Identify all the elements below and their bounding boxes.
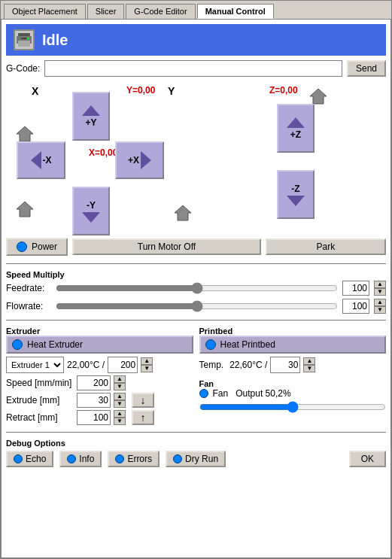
extrude-spinner: ▲ ▼ [114, 393, 126, 408]
extruder-section: Extruder Heat Extruder Extruder 1 22,00°… [6, 325, 193, 427]
x-label: X [32, 85, 38, 97]
info-button[interactable]: Info [59, 451, 102, 467]
extruder-select[interactable]: Extruder 1 [6, 357, 64, 373]
extruder-printbed-section: Extruder Heat Extruder Extruder 1 22,00°… [6, 325, 386, 427]
feedrate-row: Feedrate: 100 ▲ ▼ [6, 279, 386, 297]
separator-2 [6, 320, 386, 321]
printbed-title: Printbed [199, 327, 387, 336]
y-coord: Y=0,00 [126, 85, 155, 96]
retract-up[interactable]: ▲ [114, 410, 126, 418]
fan-output: Output 50,2% [236, 388, 290, 399]
retract-spinner: ▲ ▼ [114, 410, 126, 425]
plus-y-button[interactable]: +Y [72, 92, 110, 141]
heat-extruder-button[interactable]: Heat Extruder [6, 336, 193, 354]
content-area: Idle G-Code: Send X Y=0,00 Y X=0,00 [1, 19, 391, 558]
tab-manual-control[interactable]: Manual Control [197, 4, 274, 19]
tab-bar: Object Placement Slicer G-Code Editor Ma… [1, 1, 391, 19]
svg-point-4 [27, 38, 29, 40]
extruder-temp-down[interactable]: ▼ [141, 365, 153, 372]
extrude-input[interactable]: 30 [77, 393, 111, 408]
y-label: Y [168, 85, 175, 97]
plus-x-button[interactable]: +X [115, 141, 164, 179]
feedrate-slider[interactable] [56, 282, 338, 294]
tab-slicer[interactable]: Slicer [87, 4, 125, 19]
speed-multiply-title: Speed Multiply [6, 270, 386, 279]
extrude-down-button[interactable]: ↓ [132, 393, 154, 408]
flowrate-label: Flowrate: [6, 301, 51, 311]
park-button[interactable]: Park [266, 238, 386, 255]
gcode-input[interactable] [44, 60, 342, 77]
power-label: Power [32, 242, 57, 252]
power-button[interactable]: Power [6, 238, 68, 256]
feedrate-down[interactable]: ▼ [374, 288, 386, 296]
echo-button[interactable]: Echo [6, 451, 53, 467]
extruder-temp-target[interactable]: 200 [108, 357, 138, 373]
fan-slider[interactable] [199, 401, 387, 413]
heat-printbed-button[interactable]: Heat Printbed [199, 336, 387, 354]
printbed-temp-row: Temp. 22,60°C / 30 ▲ ▼ [199, 357, 387, 373]
speed-input[interactable]: 200 [77, 375, 111, 390]
minus-y-button[interactable]: -Y [72, 187, 110, 235]
home-z-bottom-icon[interactable] [172, 202, 194, 224]
heat-extruder-label: Heat Extruder [27, 339, 83, 350]
speed-multiply-section: Speed Multiply Feedrate: 100 ▲ ▼ Flowrat… [6, 269, 386, 315]
main-window: Object Placement Slicer G-Code Editor Ma… [0, 0, 392, 559]
printer-icon [14, 29, 35, 50]
speed-row: Speed [mm/min] 200 ▲ ▼ [6, 375, 193, 390]
plus-z-button[interactable]: +Z [277, 104, 315, 153]
xy-jog: X Y=0,00 Y X=0,00 +Y -X [6, 81, 164, 232]
flowrate-value[interactable]: 100 [342, 299, 369, 314]
printbed-temp-up[interactable]: ▲ [303, 357, 315, 365]
extruder-temp-up[interactable]: ▲ [141, 357, 153, 365]
dry-run-button[interactable]: Dry Run [166, 451, 226, 467]
minus-z-button[interactable]: -Z [277, 170, 315, 219]
errors-button[interactable]: Errors [108, 451, 160, 467]
extruder-select-row: Extruder 1 22,00°C / 200 ▲ ▼ [6, 357, 193, 373]
errors-label: Errors [127, 454, 152, 464]
printbed-temp-target[interactable]: 30 [270, 357, 300, 373]
dry-run-led [173, 454, 182, 463]
printbed-temp-down[interactable]: ▼ [303, 365, 315, 372]
speed-label: Speed [mm/min] [6, 378, 74, 388]
home-y-icon[interactable] [14, 198, 36, 220]
turn-motor-off-button[interactable]: Turn Motor Off [72, 238, 261, 255]
feedrate-up[interactable]: ▲ [374, 281, 386, 288]
tab-object-placement[interactable]: Object Placement [4, 4, 86, 19]
retract-up-button[interactable]: ↑ [132, 410, 154, 425]
svg-rect-3 [21, 38, 27, 39]
retract-down[interactable]: ▼ [114, 418, 126, 425]
dry-run-label: Dry Run [185, 454, 218, 464]
flowrate-down[interactable]: ▼ [374, 306, 386, 314]
printbed-temp-current: 22,60°C / [229, 360, 267, 370]
errors-led [115, 454, 124, 463]
echo-label: Echo [26, 454, 46, 464]
extruder-led [12, 339, 23, 350]
fan-section: Fan Fan Output 50,2% [199, 379, 387, 413]
z-coord: Z=0,00 [269, 85, 298, 96]
heat-printbed-label: Heat Printbed [220, 339, 275, 350]
debug-row: Echo Info Errors Dry Run OK [6, 448, 386, 470]
speed-up[interactable]: ▲ [114, 375, 126, 383]
speed-down[interactable]: ▼ [114, 383, 126, 390]
ok-button[interactable]: OK [349, 451, 386, 467]
feedrate-value[interactable]: 100 [342, 281, 369, 296]
extrude-up[interactable]: ▲ [114, 393, 126, 400]
extrude-label: Extrude [mm] [6, 395, 74, 406]
extrude-down[interactable]: ▼ [114, 400, 126, 408]
z-jog: Z=0,00 +Z -Z [262, 81, 345, 232]
minus-x-button[interactable]: -X [17, 141, 65, 179]
fan-slider-row [199, 401, 387, 413]
info-led [67, 454, 76, 463]
flowrate-up[interactable]: ▲ [374, 299, 386, 306]
flowrate-slider[interactable] [56, 300, 338, 312]
svg-rect-0 [18, 33, 30, 36]
fan-led [199, 389, 208, 398]
power-led [17, 242, 27, 252]
tab-gcode-editor[interactable]: G-Code Editor [126, 4, 195, 19]
retract-input[interactable]: 100 [77, 410, 111, 425]
flowrate-spinner: ▲ ▼ [374, 299, 386, 314]
svg-marker-7 [175, 205, 191, 220]
x-coord: X=0,00 [89, 147, 117, 158]
separator-3 [6, 432, 386, 433]
send-button[interactable]: Send [347, 60, 386, 77]
